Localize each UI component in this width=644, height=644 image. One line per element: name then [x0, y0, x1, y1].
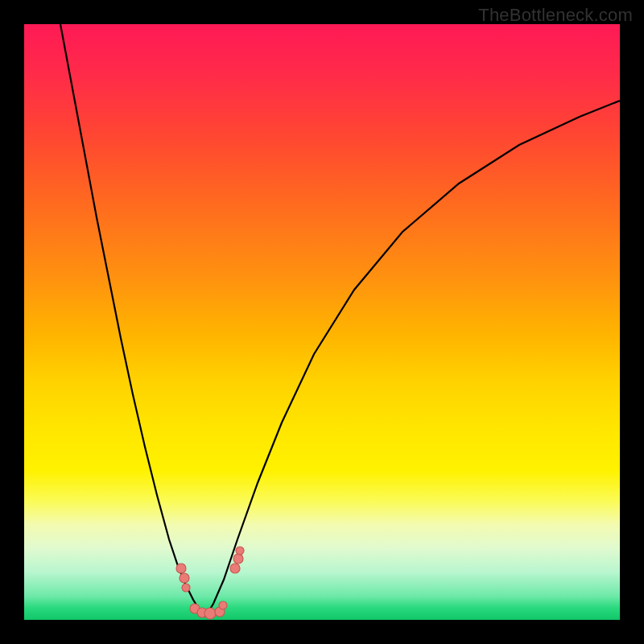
bottleneck-curve-svg: [24, 24, 620, 620]
data-bead: [176, 564, 186, 573]
data-bead: [236, 547, 244, 555]
curve-right-branch: [205, 101, 620, 617]
data-beads: [176, 547, 244, 619]
data-bead: [204, 608, 216, 619]
data-bead: [219, 601, 227, 609]
plot-area: [24, 24, 620, 620]
data-bead: [182, 584, 190, 592]
data-bead: [233, 554, 243, 564]
data-bead: [230, 564, 240, 573]
curve-left-branch: [60, 24, 205, 617]
data-bead: [180, 573, 189, 583]
watermark-text: TheBottleneck.com: [478, 5, 633, 26]
